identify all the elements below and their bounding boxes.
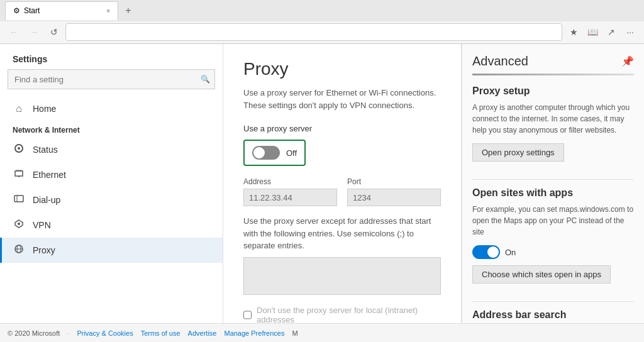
settings-title: Settings (0, 44, 223, 69)
footer-m: M (292, 329, 297, 337)
vpn-icon (13, 219, 25, 231)
sidebar-item-ethernet-label: Ethernet (33, 170, 66, 180)
svg-rect-7 (14, 196, 23, 202)
footer-copyright: © 2020 Microsoft (8, 329, 60, 337)
proxy-toggle[interactable] (252, 146, 280, 160)
sidebar-item-vpn[interactable]: VPN (0, 212, 223, 238)
sidebar-item-vpn-label: VPN (33, 220, 51, 230)
ebook-button[interactable]: 📖 (584, 23, 601, 41)
home-icon: ⌂ (13, 103, 25, 114)
checkbox-label: Don't use the proxy server for local (in… (257, 306, 441, 324)
tab-label: Start (24, 6, 40, 15)
sidebar-item-home[interactable]: ⌂ Home (0, 97, 223, 121)
section-divider-2 (472, 301, 634, 302)
address-bar[interactable] (65, 23, 562, 41)
browser-chrome: ⚙ Start × + ← → ↺ ★ 📖 ↗ ··· (0, 0, 644, 44)
port-input[interactable] (347, 189, 441, 206)
proxy-setup-title: Proxy setup (472, 86, 634, 97)
more-button[interactable]: ··· (621, 23, 639, 41)
search-input[interactable] (8, 69, 215, 89)
open-sites-title: Open sites with apps (472, 187, 634, 199)
sidebar-item-dialup[interactable]: Dial-up (0, 187, 223, 212)
status-icon (13, 143, 25, 156)
sidebar-item-home-label: Home (33, 104, 56, 114)
nav-actions: ★ 📖 ↗ ··· (565, 23, 639, 41)
svg-point-1 (18, 147, 20, 150)
footer: © 2020 Microsoft · Privacy & Cookies Ter… (0, 323, 644, 342)
svg-point-9 (18, 223, 20, 225)
advanced-divider (472, 74, 634, 75)
exception-label: Use the proxy server except for addresse… (243, 215, 441, 252)
address-group: Address (243, 177, 337, 206)
section-divider-1 (472, 179, 634, 180)
tab-icon: ⚙ (13, 6, 20, 15)
sidebar-item-status-label: Status (33, 145, 58, 155)
pin-icon[interactable]: 📌 (621, 55, 634, 67)
checkbox-row: Don't use the proxy server for local (in… (243, 306, 441, 324)
advanced-panel: Advanced 📌 Proxy setup A proxy is anothe… (462, 44, 644, 323)
manage-prefs-link[interactable]: Manage Prefrences (224, 329, 284, 337)
proxy-icon (13, 244, 25, 256)
privacy-link[interactable]: Privacy & Cookies (77, 329, 133, 337)
settings-sidebar: Settings 🔍 ⌂ Home Network & Internet Sta… (0, 44, 223, 323)
proxy-toggle-row: Off (243, 140, 306, 166)
proxy-section-label: Use a proxy server (243, 124, 441, 133)
advanced-title: Advanced (472, 54, 528, 69)
dialup-icon (13, 194, 25, 206)
toggle-label: Off (286, 148, 297, 158)
refresh-button[interactable]: ↺ (45, 23, 63, 41)
sidebar-item-status[interactable]: Status (0, 137, 223, 162)
share-button[interactable]: ↗ (602, 23, 620, 41)
tab-close-button[interactable]: × (106, 8, 110, 14)
proxy-panel: Proxy Use a proxy server for Ethernet or… (223, 44, 462, 323)
choose-sites-button[interactable]: Choose which sites open in apps (472, 265, 611, 284)
main-area: Settings 🔍 ⌂ Home Network & Internet Sta… (0, 44, 644, 323)
settings-search[interactable]: 🔍 (8, 69, 215, 89)
sidebar-item-proxy-label: Proxy (33, 245, 55, 255)
address-input[interactable] (243, 189, 337, 206)
sidebar-item-ethernet[interactable]: Ethernet (0, 162, 223, 187)
open-sites-toggle[interactable] (472, 245, 500, 259)
open-sites-desc: For example, you can set maps.windows.co… (472, 204, 634, 238)
nav-bar: ← → ↺ ★ 📖 ↗ ··· (0, 21, 644, 43)
terms-link[interactable]: Terms of use (141, 329, 180, 337)
port-label: Port (347, 177, 441, 186)
back-button[interactable]: ← (5, 23, 23, 41)
exception-textarea[interactable] (243, 257, 441, 295)
sidebar-item-dialup-label: Dial-up (33, 195, 60, 205)
open-proxy-settings-button[interactable]: Open proxy settings (472, 143, 564, 162)
advanced-header: Advanced 📌 (472, 54, 634, 69)
tab-bar: ⚙ Start × + (0, 0, 644, 21)
proxy-description: Use a proxy server for Ethernet or Wi-Fi… (243, 87, 441, 111)
favorites-button[interactable]: ★ (565, 23, 582, 41)
open-sites-toggle-label: On (505, 248, 516, 257)
address-search-title: Address bar search (472, 309, 634, 321)
ethernet-icon (13, 168, 25, 181)
toggle-knob (253, 147, 265, 158)
svg-rect-2 (15, 171, 23, 176)
search-icon: 🔍 (201, 75, 210, 84)
footer-divider-1: · (67, 329, 69, 337)
open-sites-toggle-knob (487, 246, 499, 258)
advertise-link[interactable]: Advertise (188, 329, 217, 337)
port-group: Port (347, 177, 441, 206)
sidebar-item-proxy[interactable]: Proxy (0, 238, 223, 263)
open-sites-toggle-row: On (472, 245, 634, 259)
section-label: Network & Internet (0, 121, 223, 137)
proxy-setup-desc: A proxy is another computer through whic… (472, 102, 634, 136)
local-checkbox[interactable] (243, 311, 252, 319)
address-port-row: Address Port (243, 177, 441, 206)
forward-button[interactable]: → (25, 23, 43, 41)
new-tab-button[interactable]: + (119, 2, 137, 19)
proxy-title: Proxy (243, 59, 441, 79)
settings-tab[interactable]: ⚙ Start × (5, 1, 118, 20)
address-label: Address (243, 177, 337, 186)
